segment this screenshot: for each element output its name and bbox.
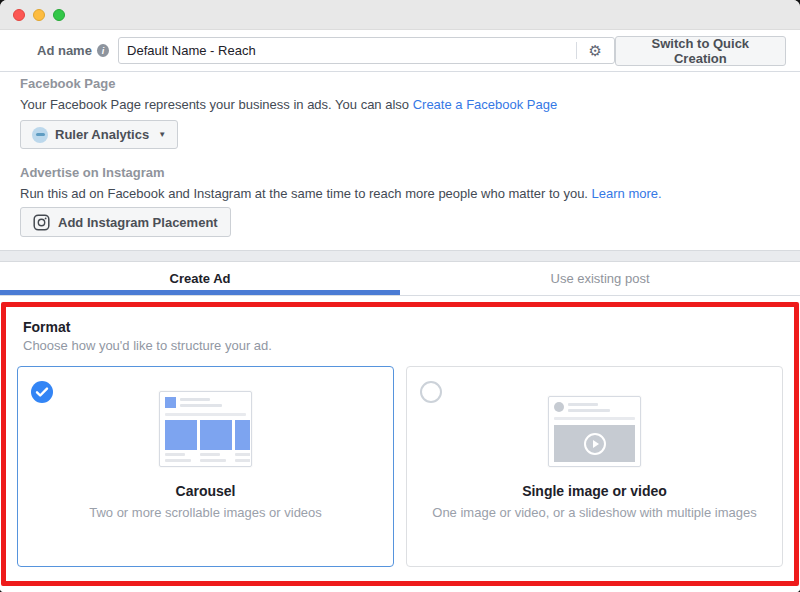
section-divider xyxy=(0,250,800,262)
ad-content-tabbar: Create Ad Use existing post xyxy=(0,262,800,296)
ad-name-input[interactable] xyxy=(119,43,576,58)
tab-use-existing-post[interactable]: Use existing post xyxy=(400,262,800,295)
facebook-page-description: Your Facebook Page represents your busin… xyxy=(20,96,780,113)
single-video-illustration xyxy=(407,367,782,467)
add-instagram-placement-button[interactable]: Add Instagram Placement xyxy=(20,207,231,237)
ad-name-toolbar: Ad name i ⚙ Switch to Quick Creation xyxy=(0,30,800,72)
chevron-down-icon: ▼ xyxy=(158,130,166,139)
facebook-page-description-text: Your Facebook Page represents your busin… xyxy=(20,97,413,112)
radio-icon xyxy=(420,381,442,403)
page-selector-dropdown[interactable]: Ruler Analytics ▼ xyxy=(20,120,178,149)
format-heading: Format xyxy=(23,319,783,335)
ad-name-field-wrap: ⚙ xyxy=(118,37,615,64)
close-window-icon[interactable] xyxy=(13,9,25,21)
ad-name-label: Ad name xyxy=(37,43,92,58)
learn-more-link[interactable]: Learn more. xyxy=(592,186,662,201)
format-highlight-box: Format Choose how you'd like to structur… xyxy=(1,302,799,586)
instagram-description-text: Run this ad on Facebook and Instagram at… xyxy=(20,186,592,201)
carousel-title: Carousel xyxy=(18,483,393,499)
window-titlebar xyxy=(0,0,800,30)
traffic-lights xyxy=(13,9,65,21)
carousel-illustration xyxy=(18,367,393,467)
single-video-title: Single image or video xyxy=(407,483,782,499)
format-option-carousel[interactable]: Carousel Two or more scrollable images o… xyxy=(17,366,394,567)
app-window: Ad name i ⚙ Switch to Quick Creation Fac… xyxy=(0,0,800,592)
create-facebook-page-link[interactable]: Create a Facebook Page xyxy=(413,97,558,112)
gear-icon[interactable]: ⚙ xyxy=(576,42,614,59)
play-icon xyxy=(554,425,635,462)
info-icon[interactable]: i xyxy=(97,44,109,57)
page-avatar xyxy=(32,127,48,143)
instagram-icon xyxy=(33,214,50,231)
single-video-description: One image or video, or a slideshow with … xyxy=(407,505,782,520)
format-options: Carousel Two or more scrollable images o… xyxy=(17,366,783,567)
switch-to-quick-creation-button[interactable]: Switch to Quick Creation xyxy=(615,36,786,66)
instagram-heading: Advertise on Instagram xyxy=(20,164,780,181)
page-setup-section: Facebook Page Your Facebook Page represe… xyxy=(0,72,800,250)
minimize-window-icon[interactable] xyxy=(33,9,45,21)
instagram-description: Run this ad on Facebook and Instagram at… xyxy=(20,185,780,202)
add-instagram-placement-label: Add Instagram Placement xyxy=(58,215,218,230)
format-subheading: Choose how you'd like to structure your … xyxy=(23,338,783,353)
carousel-description: Two or more scrollable images or videos xyxy=(18,505,393,520)
check-icon xyxy=(31,381,53,407)
format-option-single-image-or-video[interactable]: Single image or video One image or video… xyxy=(406,366,783,567)
page-selector-label: Ruler Analytics xyxy=(55,127,149,142)
tab-create-ad[interactable]: Create Ad xyxy=(0,262,400,295)
zoom-window-icon[interactable] xyxy=(53,9,65,21)
format-section-wrap: Format Choose how you'd like to structur… xyxy=(0,296,800,592)
facebook-page-heading: Facebook Page xyxy=(20,75,780,92)
